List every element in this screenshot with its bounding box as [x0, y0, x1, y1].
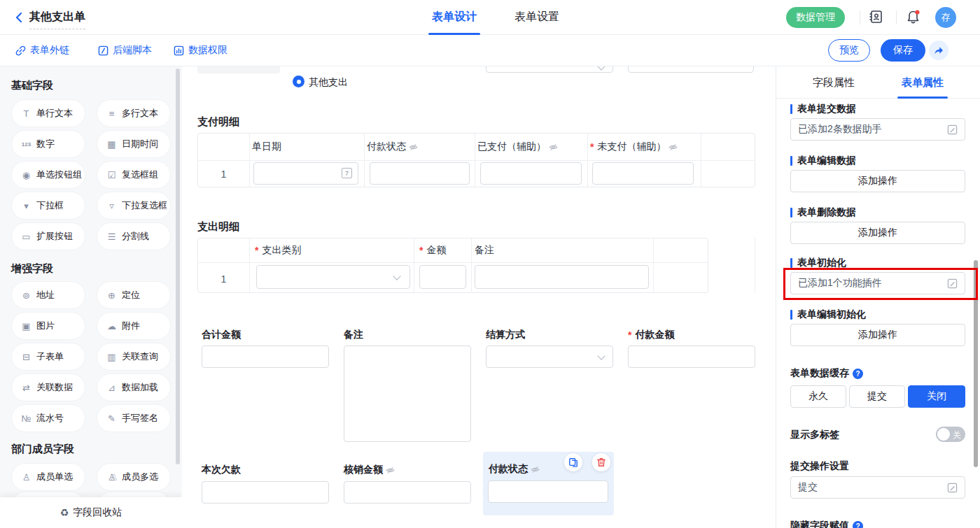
- single-line-text-icon: T: [20, 108, 32, 119]
- checkbox-group-icon: ☑: [106, 170, 118, 180]
- notification-bell-icon[interactable]: [905, 9, 922, 26]
- debt-input[interactable]: [202, 481, 329, 504]
- section-hidden-field-assign: 隐藏字段赋值?: [790, 520, 863, 528]
- add-action-button[interactable]: 添加操作: [790, 222, 965, 244]
- tab-form-design[interactable]: 表单设计: [432, 10, 477, 24]
- contacts-book-icon[interactable]: [868, 9, 885, 26]
- add-action-button[interactable]: 添加操作: [790, 324, 965, 346]
- extend-button-icon: ▭: [20, 231, 32, 242]
- category-select[interactable]: [256, 265, 410, 289]
- data-manage-button[interactable]: 数据管理: [786, 7, 845, 28]
- eye-off-icon: [549, 143, 558, 152]
- share-button[interactable]: [929, 41, 948, 60]
- field-item-divider[interactable]: ☰分割线: [97, 222, 171, 250]
- settlement-label: 结算方式: [486, 329, 525, 341]
- row-number: 1: [198, 169, 249, 180]
- help-icon[interactable]: ?: [853, 369, 863, 379]
- field-item-linked-data[interactable]: ⇄关联数据: [11, 373, 85, 401]
- avatar[interactable]: 存: [935, 7, 956, 28]
- cache-option-submit[interactable]: 提交: [849, 385, 905, 408]
- preview-button[interactable]: 预览: [828, 39, 870, 62]
- field-item-member-single[interactable]: ♙成员单选: [11, 463, 85, 491]
- field-item-linked-query[interactable]: ▥关联查询: [97, 343, 171, 371]
- window-scrollbar[interactable]: [974, 260, 978, 467]
- remark-label: 备注: [344, 329, 363, 341]
- field-item-multi-select[interactable]: ▿下拉复选框: [97, 192, 171, 220]
- pay-status-input[interactable]: [370, 162, 470, 185]
- field-item-checkbox-group[interactable]: ☑复选框组: [97, 161, 171, 189]
- tab-field-properties[interactable]: 字段属性: [813, 76, 855, 90]
- radio-option-label: 其他支出: [309, 76, 348, 89]
- debt-label: 本次欠款: [202, 464, 241, 476]
- unpaid-input[interactable]: [592, 162, 694, 185]
- add-action-button[interactable]: 添加操作: [790, 170, 965, 192]
- eye-off-icon: [531, 465, 540, 474]
- form-init-value[interactable]: 已添加1个功能插件: [790, 272, 965, 294]
- remark-input[interactable]: [475, 265, 649, 289]
- divider: [860, 10, 860, 24]
- back-button[interactable]: [13, 10, 27, 24]
- remark-textarea[interactable]: [344, 345, 471, 442]
- radio-selected[interactable]: [293, 76, 304, 87]
- sidebar-scrollbar[interactable]: [176, 69, 180, 464]
- field-item-signature[interactable]: ✎手写签名: [97, 404, 171, 432]
- save-button[interactable]: 保存: [881, 39, 925, 62]
- form-design-canvas: 其他支出 支付明细 单日期 付款状态 已支付（辅助） *未支付（辅助） 1 7 …: [182, 66, 776, 528]
- field-item-member-multi[interactable]: ♙成员多选: [97, 463, 171, 491]
- pay-status-field-input[interactable]: [488, 480, 608, 503]
- field-item-serial-number[interactable]: №流水号: [11, 404, 85, 432]
- clipped-select-field[interactable]: [486, 66, 613, 73]
- field-item-extend-button[interactable]: ▭扩展按钮: [11, 222, 85, 250]
- image-icon: ▣: [20, 321, 32, 331]
- field-item-address[interactable]: ⊚地址: [11, 281, 85, 309]
- field-item-attachment[interactable]: ☁附件: [97, 312, 171, 340]
- active-panel-tab-underline: [897, 97, 948, 99]
- form-external-link[interactable]: 表单外链: [15, 44, 69, 57]
- tab-form-properties[interactable]: 表单属性: [902, 76, 944, 90]
- field-item-data-load[interactable]: ⊿数据加载: [97, 373, 171, 401]
- data-permission-icon: [174, 45, 184, 56]
- clipped-disabled-input: [197, 66, 280, 73]
- amount-input[interactable]: [419, 265, 466, 289]
- cache-option-close[interactable]: 关闭: [908, 385, 965, 408]
- form-toolbar: 表单外链 后端脚本 数据权限 预览 保存: [0, 35, 980, 66]
- form-submit-data-value[interactable]: 已添加2条数据助手: [790, 118, 965, 141]
- cache-option-permanent[interactable]: 永久: [790, 385, 846, 408]
- delete-field-button[interactable]: [592, 453, 610, 471]
- selected-field-pay-status[interactable]: 付款状态: [483, 452, 614, 515]
- page-title: 其他支出单: [29, 10, 85, 29]
- section-form-delete-data: 表单删除数据: [790, 206, 856, 219]
- field-item-select[interactable]: ▾下拉框: [11, 192, 85, 220]
- field-item-image[interactable]: ▣图片: [11, 312, 85, 340]
- date-input[interactable]: 7: [253, 162, 358, 185]
- section-title-basic-fields: 基础字段: [11, 79, 53, 92]
- field-item-datetime[interactable]: ▦日期时间: [97, 130, 171, 158]
- field-item-single-line-text[interactable]: T单行文本: [11, 99, 85, 127]
- tab-form-settings[interactable]: 表单设置: [514, 10, 559, 24]
- pay-amount-input[interactable]: [628, 345, 755, 368]
- field-item-number[interactable]: 123数字: [11, 130, 85, 158]
- address-icon: ⊚: [20, 290, 32, 301]
- copy-field-button[interactable]: [564, 453, 582, 471]
- section-form-submit-data: 表单提交数据: [790, 103, 856, 115]
- data-permission-link[interactable]: 数据权限: [174, 44, 227, 57]
- settlement-select[interactable]: [486, 345, 613, 368]
- copy-icon: [568, 457, 578, 467]
- multi-tab-toggle[interactable]: 关: [936, 427, 965, 442]
- field-item-subform[interactable]: ⊟子表单: [11, 343, 85, 371]
- multi-tab-label: 显示多标签: [790, 429, 839, 441]
- submit-action-value[interactable]: 提交: [790, 476, 965, 499]
- clipped-input-field[interactable]: [628, 66, 754, 73]
- field-item-locate[interactable]: ⊕定位: [97, 281, 171, 309]
- backend-script-link[interactable]: 后端脚本: [98, 44, 152, 57]
- help-icon[interactable]: ?: [853, 521, 863, 528]
- locate-icon: ⊕: [106, 290, 118, 301]
- total-amount-input[interactable]: [202, 345, 329, 368]
- field-recycle-bin[interactable]: ♻ 字段回收站: [0, 497, 182, 528]
- field-library-sidebar: 基础字段 T单行文本 ≡多行文本 123数字 ▦日期时间 ◉单选按钮组 ☑复选框…: [0, 66, 182, 528]
- paid-input[interactable]: [480, 162, 582, 185]
- writeoff-input[interactable]: [344, 481, 471, 504]
- expense-detail-title: 支出明细: [197, 220, 239, 234]
- field-item-radio-group[interactable]: ◉单选按钮组: [11, 161, 85, 189]
- field-item-multi-line-text[interactable]: ≡多行文本: [97, 99, 171, 127]
